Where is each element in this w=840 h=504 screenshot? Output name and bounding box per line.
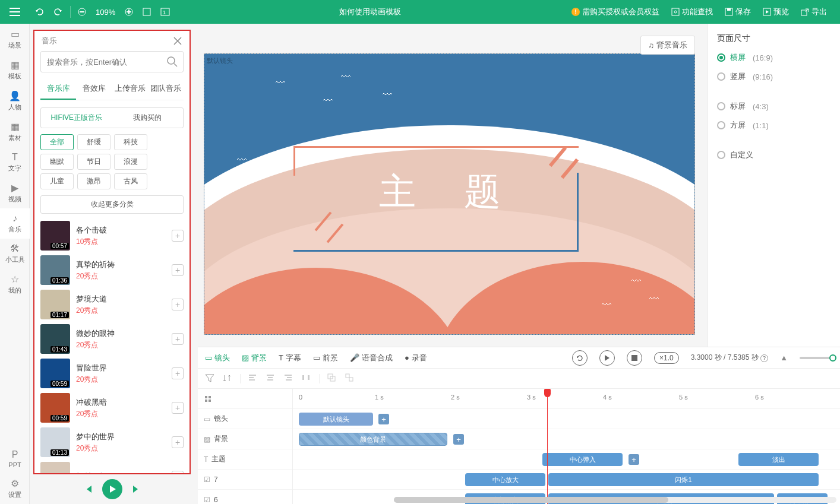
nav-模板[interactable]: ▦模板 bbox=[0, 55, 30, 85]
aspect-横屏[interactable]: 横屏(16:9) bbox=[717, 52, 830, 63]
ungroup-icon[interactable] bbox=[345, 373, 356, 384]
music-item[interactable]: 01:17梦境大道20秀点+ bbox=[40, 287, 187, 322]
nav-视频[interactable]: ▶视频 bbox=[0, 177, 30, 208]
aspect-竖屏[interactable]: 竖屏(9:16) bbox=[717, 71, 830, 82]
track-6[interactable]: ☑6 bbox=[198, 490, 292, 504]
nav-场景[interactable]: ▭场景 bbox=[0, 24, 30, 55]
align-right-icon[interactable] bbox=[284, 373, 295, 384]
help-icon[interactable]: ? bbox=[760, 354, 768, 362]
collapse-categories-button[interactable]: 收起更多分类 bbox=[40, 195, 184, 214]
timeline-h-scrollbar[interactable] bbox=[394, 497, 836, 503]
clip-7b[interactable]: 闪烁1 bbox=[548, 473, 819, 486]
zoom-in-button[interactable] bbox=[120, 0, 138, 24]
music-item[interactable]: 00:59冲破黑暗20秀点+ bbox=[40, 391, 187, 425]
tl-tab-录音[interactable]: ●录音 bbox=[405, 353, 427, 363]
music-tab-0[interactable]: 音乐库 bbox=[40, 78, 76, 100]
add-lens-clip[interactable]: + bbox=[378, 414, 389, 424]
track-主题[interactable]: T主题 bbox=[198, 449, 292, 470]
music-cat-浪漫[interactable]: 浪漫 bbox=[114, 154, 147, 170]
timeline-zoom-slider[interactable] bbox=[800, 357, 833, 359]
distribute-h-icon[interactable] bbox=[302, 373, 312, 384]
music-tab-1[interactable]: 音效库 bbox=[76, 78, 112, 100]
music-search-input[interactable] bbox=[41, 58, 162, 66]
tl-tab-背景[interactable]: ▨背景 bbox=[242, 353, 267, 363]
music-subtab-0[interactable]: HIFIVE正版音乐 bbox=[41, 108, 112, 128]
nav-我的[interactable]: ☆我的 bbox=[0, 269, 30, 300]
add-bg-clip[interactable]: + bbox=[453, 434, 464, 445]
search-icon[interactable] bbox=[162, 56, 183, 68]
play-button[interactable] bbox=[102, 479, 122, 499]
music-item[interactable]: 01:43微妙的眼神20秀点+ bbox=[40, 322, 187, 356]
music-item[interactable]: 扫射目标+ bbox=[40, 459, 187, 473]
nav-人物[interactable]: 👤人物 bbox=[0, 85, 30, 116]
music-cat-幽默[interactable]: 幽默 bbox=[40, 154, 74, 170]
undo-button[interactable] bbox=[30, 0, 49, 24]
canvas-stage[interactable]: 默认镜头 主 题 〰 〰 〰 〰 〰 〰 〰 〰 bbox=[204, 53, 695, 335]
playback-speed[interactable]: ×1.0 bbox=[654, 352, 679, 364]
nav-PPT[interactable]: PPPT bbox=[0, 445, 30, 473]
music-item[interactable]: 00:59冒险世界20秀点+ bbox=[40, 356, 187, 391]
music-cat-节日[interactable]: 节日 bbox=[77, 154, 110, 170]
nav-小工具[interactable]: 🛠小工具 bbox=[0, 239, 30, 269]
tl-tab-语音合成[interactable]: 🎤语音合成 bbox=[350, 353, 393, 363]
zoom-timeline-icon[interactable]: ▲ bbox=[780, 353, 788, 362]
timeline-loop-button[interactable] bbox=[572, 350, 588, 366]
tl-tab-镜头[interactable]: ▭镜头 bbox=[205, 353, 230, 363]
music-cat-舒缓[interactable]: 舒缓 bbox=[77, 134, 110, 150]
clip-bg[interactable]: 颜色背景 bbox=[299, 433, 447, 446]
align-center-icon[interactable] bbox=[266, 373, 277, 384]
group-icon[interactable] bbox=[327, 373, 338, 384]
clip-lens[interactable]: 默认镜头 bbox=[299, 413, 373, 426]
background-music-button[interactable]: ♫ 背景音乐 bbox=[640, 36, 695, 55]
tl-tab-字幕[interactable]: T字幕 bbox=[279, 353, 301, 363]
playhead-grip[interactable] bbox=[544, 389, 551, 397]
add-music-button[interactable]: + bbox=[172, 436, 184, 448]
music-item[interactable]: 01:13梦中的世界20秀点+ bbox=[40, 425, 187, 459]
zoom-level[interactable]: 109% bbox=[91, 0, 120, 24]
add-music-button[interactable]: + bbox=[172, 367, 184, 379]
hamburger-menu[interactable] bbox=[0, 0, 30, 24]
align-left-icon[interactable] bbox=[248, 373, 259, 384]
music-cat-古风[interactable]: 古风 bbox=[114, 173, 147, 189]
aspect-方屏[interactable]: 方屏(1:1) bbox=[717, 120, 830, 131]
music-item[interactable]: 01:36真挚的祈祷20秀点+ bbox=[40, 253, 187, 287]
music-subtab-1[interactable]: 我购买的 bbox=[112, 108, 184, 128]
add-music-button[interactable]: + bbox=[172, 333, 184, 345]
timeline-play-button[interactable] bbox=[599, 350, 615, 366]
tl-tab-前景[interactable]: ▭前景 bbox=[313, 353, 338, 363]
filter-icon[interactable] bbox=[205, 373, 216, 384]
track-7[interactable]: ☑7 bbox=[198, 470, 292, 490]
track-镜头[interactable]: ▭镜头 bbox=[198, 409, 292, 429]
add-music-button[interactable]: + bbox=[172, 230, 184, 242]
music-item[interactable]: 00:57各个击破10秀点+ bbox=[40, 218, 187, 253]
timeline-stop-button[interactable] bbox=[627, 350, 642, 366]
music-cat-全部[interactable]: 全部 bbox=[40, 134, 74, 150]
preview-button[interactable]: 预览 bbox=[757, 0, 795, 24]
music-cat-儿童[interactable]: 儿童 bbox=[40, 173, 74, 189]
music-search[interactable] bbox=[40, 51, 184, 72]
music-tab-2[interactable]: 上传音乐 bbox=[112, 78, 148, 100]
nav-素材[interactable]: ▦素材 bbox=[0, 116, 30, 147]
prev-track-button[interactable] bbox=[83, 484, 94, 495]
close-icon[interactable] bbox=[173, 36, 182, 46]
add-music-button[interactable]: + bbox=[172, 299, 184, 310]
sort-icon[interactable] bbox=[223, 373, 233, 384]
feature-search-button[interactable]: 功能查找 bbox=[665, 0, 719, 24]
music-cat-激昂[interactable]: 激昂 bbox=[77, 173, 110, 189]
clip-7a[interactable]: 中心放大 bbox=[465, 473, 545, 486]
zoom-out-button[interactable] bbox=[73, 0, 91, 24]
music-cat-科技[interactable]: 科技 bbox=[114, 134, 147, 150]
playhead[interactable] bbox=[547, 389, 548, 504]
redo-button[interactable] bbox=[49, 0, 68, 24]
clip-theme-in[interactable]: 中心弹入 bbox=[542, 453, 623, 466]
clip-theme-out[interactable]: 淡出 bbox=[738, 453, 819, 466]
music-tab-3[interactable]: 团队音乐 bbox=[148, 78, 184, 100]
nav-文字[interactable]: T文字 bbox=[0, 147, 30, 177]
next-track-button[interactable] bbox=[131, 484, 141, 495]
aspect-自定义[interactable]: 自定义 bbox=[717, 150, 830, 160]
export-button[interactable]: 导出 bbox=[795, 0, 833, 24]
add-music-button[interactable]: + bbox=[172, 264, 184, 276]
nav-设置[interactable]: ⚙设置 bbox=[0, 473, 30, 504]
track-背景[interactable]: ▨背景 bbox=[198, 429, 292, 449]
actual-size-button[interactable]: 1 bbox=[156, 0, 175, 24]
